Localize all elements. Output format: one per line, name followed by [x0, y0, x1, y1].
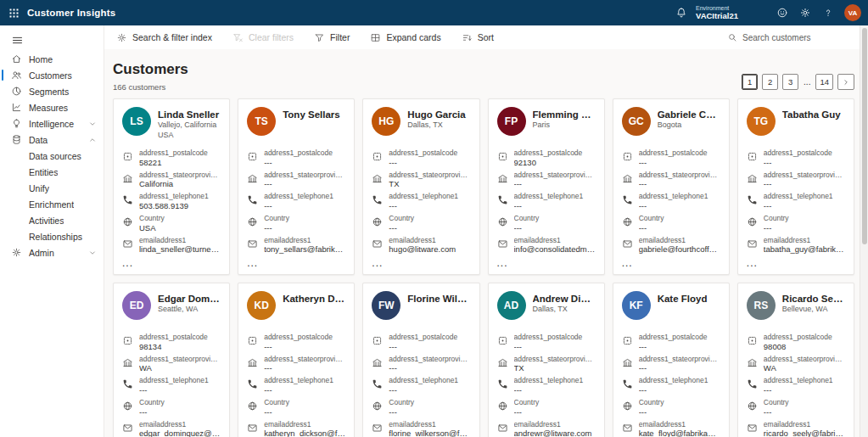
field-value: ---	[264, 363, 345, 373]
field-address1-stateorprovince: address1_stateorprovince WA	[122, 356, 221, 374]
page-2-button[interactable]: 2	[762, 74, 778, 90]
page-1-button[interactable]: 1	[742, 74, 758, 90]
action-expand-cards[interactable]: Expand cards	[367, 30, 444, 46]
field-label: address1_postalcode	[639, 333, 720, 342]
customer-card-flemming-peder[interactable]: FP Flemming Peder... Paris address1_post…	[488, 98, 605, 275]
more-fields-ellipsis[interactable]: ...	[122, 258, 221, 268]
postal-icon	[372, 151, 383, 162]
user-avatar[interactable]: VA	[844, 4, 861, 21]
field-value: ---	[389, 385, 470, 395]
nav-toggle-button[interactable]	[0, 29, 104, 51]
customer-card-andrew-dixon[interactable]: AD Andrew Dixon Dallas, TX address1_post…	[488, 283, 605, 437]
field-country: Country ---	[497, 399, 596, 417]
vertical-scrollbar[interactable]	[860, 25, 868, 437]
action-sort[interactable]: Sort	[458, 30, 497, 46]
more-fields-ellipsis[interactable]: ...	[622, 258, 720, 268]
customer-card-ricardo-seely[interactable]: RS Ricardo Seely Bellevue, WA address1_p…	[737, 283, 854, 437]
field-emailaddress1: emailaddress1 kate_floyd@fabrikam.com	[622, 421, 720, 437]
card-header: RS Ricardo Seely Bellevue, WA	[747, 291, 845, 333]
sidebar-item-customers[interactable]: Customers	[0, 67, 104, 83]
gear-icon	[799, 7, 811, 19]
environment-name: VACItrial21	[696, 12, 738, 21]
settings-button[interactable]	[793, 0, 816, 25]
page-14-button[interactable]: 14	[815, 74, 833, 90]
card-fields: address1_postalcode 58221 address1_state…	[122, 149, 221, 255]
sidebar-item-unify[interactable]: Unify	[0, 180, 104, 196]
customer-card-tony-sellars[interactable]: TS Tony Sellars address1_postalcode --- …	[238, 98, 355, 275]
gear-icon	[116, 32, 127, 43]
action-filter[interactable]: Filter	[311, 30, 353, 46]
field-label: address1_telephone1	[264, 193, 345, 201]
customer-card-kate-floyd[interactable]: KF Kate Floyd address1_postalcode --- ad…	[613, 283, 730, 437]
customer-count: 166 customers	[113, 82, 188, 92]
sidebar-item-segments[interactable]: Segments	[0, 83, 104, 99]
scrollbar-thumb[interactable]	[862, 28, 867, 244]
customer-card-katheryn-dickson[interactable]: KD Katheryn Dickson address1_postalcode …	[238, 283, 355, 437]
more-fields-ellipsis[interactable]: ...	[747, 258, 845, 268]
field-label: address1_stateorprovince	[139, 356, 221, 364]
sidebar-item-entities[interactable]: Entities	[0, 164, 104, 180]
field-label: address1_telephone1	[264, 377, 345, 385]
field-emailaddress1: emailaddress1 linda_sneller@turnerherrer…	[122, 237, 221, 255]
command-actions: Search & filter index Clear filters Filt…	[113, 30, 511, 46]
field-value: ---	[639, 385, 720, 395]
field-address1-postalcode: address1_postalcode ---	[247, 333, 345, 352]
sidebar-item-data-sources[interactable]: Data sources	[0, 148, 104, 164]
sidebar-item-relationships[interactable]: Relationships	[0, 228, 104, 244]
app-launcher-button[interactable]	[0, 0, 27, 25]
notifications-button[interactable]	[669, 0, 692, 25]
customer-card-edgar-dominquez[interactable]: ED Edgar Dominquez Seattle, WA address1_…	[113, 283, 230, 437]
field-label: address1_postalcode	[389, 149, 470, 158]
globe-icon	[747, 216, 758, 227]
help-button[interactable]	[816, 0, 839, 25]
more-fields-ellipsis[interactable]: ...	[247, 258, 345, 268]
customer-card-florine-wilkerson[interactable]: FW Florine Wilkerson address1_postalcode…	[362, 283, 479, 437]
sidebar-item-measures[interactable]: Measures	[0, 99, 104, 115]
field-emailaddress1: emailaddress1 katheryn_dickson@fabrikam.…	[247, 421, 345, 437]
field-value: ---	[764, 407, 845, 417]
card-fields: address1_postalcode --- address1_stateor…	[247, 333, 345, 437]
sidebar-item-intelligence[interactable]: Intelligence	[0, 115, 104, 132]
sidebar-subitem-label: Entities	[29, 167, 58, 177]
avatar: FP	[497, 107, 526, 136]
sidebar-item-data[interactable]: Data	[0, 132, 104, 148]
field-label: address1_postalcode	[264, 333, 345, 342]
field-address1-postalcode: address1_postalcode ---	[622, 333, 720, 352]
sidebar-item-admin[interactable]: Admin	[0, 244, 104, 261]
field-country: Country ---	[747, 399, 845, 417]
customer-card-linda-sneller[interactable]: LS Linda Sneller Vallejo, CaliforniaUSA …	[113, 98, 230, 275]
sidebar-item-home[interactable]: Home	[0, 51, 104, 67]
field-value: gabriele@fourthcoffee.com	[639, 244, 720, 255]
sidebar-item-activities[interactable]: Activities	[0, 212, 104, 228]
field-value: ---	[764, 223, 845, 233]
field-country: Country ---	[372, 399, 470, 417]
card-fields: address1_postalcode --- address1_stateor…	[622, 333, 720, 437]
customer-grid: LS Linda Sneller Vallejo, CaliforniaUSA …	[113, 98, 854, 437]
card-fields: address1_postalcode --- address1_stateor…	[622, 149, 720, 255]
intelligence-icon	[11, 118, 22, 129]
feedback-button[interactable]	[770, 0, 793, 25]
help-icon	[822, 7, 834, 19]
search-input[interactable]	[742, 33, 853, 42]
customer-name: Tabatha Guy	[782, 109, 845, 120]
environment-picker[interactable]: Environment VACItrial21	[696, 5, 738, 21]
more-fields-ellipsis[interactable]: ...	[497, 258, 596, 268]
app-root: Customer Insights Environment VACItrial2…	[0, 0, 868, 437]
field-emailaddress1: emailaddress1 tabatha_guy@fabrikam.com	[747, 237, 845, 255]
customer-card-tabatha-guy[interactable]: TG Tabatha Guy address1_postalcode --- a…	[737, 98, 854, 275]
field-value: ---	[139, 407, 221, 417]
building-icon	[497, 173, 508, 184]
customer-card-gabriele-cannata[interactable]: GC Gabriele Cannata Bogota address1_post…	[613, 98, 730, 275]
customer-location: Vallejo, CaliforniaUSA	[158, 120, 221, 140]
sidebar-item-enrichment[interactable]: Enrichment	[0, 196, 104, 212]
field-label: address1_telephone1	[389, 377, 470, 385]
command-bar: Search & filter index Clear filters Filt…	[104, 25, 868, 49]
more-fields-ellipsis[interactable]: ...	[372, 258, 470, 268]
action-search-filter-index[interactable]: Search & filter index	[113, 30, 216, 46]
sidebar-subitem-label: Activities	[29, 216, 64, 226]
sidebar-subitem-label: Data sources	[29, 151, 81, 161]
field-label: emailaddress1	[389, 237, 470, 245]
customer-card-hugo-garcia[interactable]: HG Hugo Garcia Dallas, TX address1_posta…	[362, 98, 479, 275]
next-page-button[interactable]	[837, 74, 854, 90]
page-3-button[interactable]: 3	[782, 74, 798, 90]
